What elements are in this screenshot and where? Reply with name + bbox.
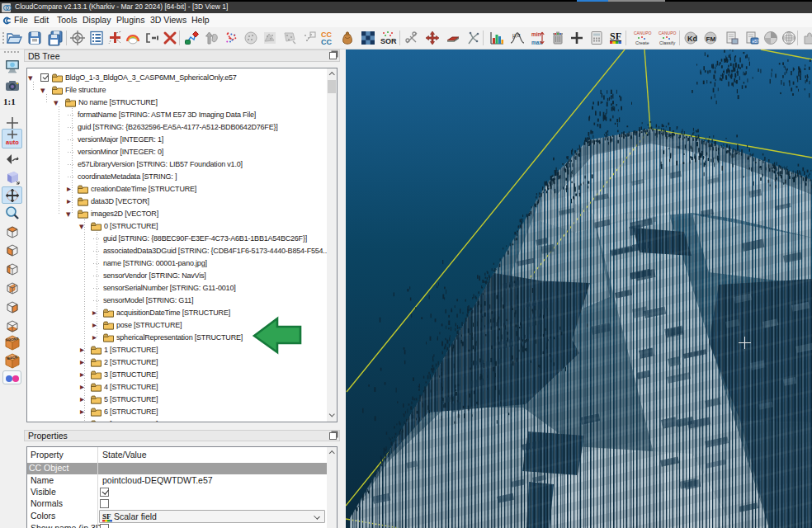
svg-text:Classify: Classify [659,40,676,45]
svg-text:FM: FM [706,35,716,43]
svg-text:CANUPO: CANUPO [634,31,652,35]
svg-text:auto: auto [6,139,19,146]
svg-text:CC: CC [321,38,332,46]
svg-text:CANUPO: CANUPO [659,31,677,35]
svg-text:min: min [531,31,541,37]
svg-text:Kd: Kd [687,35,697,43]
svg-text:Create: Create [635,40,649,45]
svg-text:SOR: SOR [380,37,397,45]
svg-text:μ,σ: μ,σ [512,32,521,39]
svg-text:SF: SF [102,512,111,521]
svg-text:e57: e57 [753,39,760,44]
svg-text:SF: SF [610,31,621,42]
